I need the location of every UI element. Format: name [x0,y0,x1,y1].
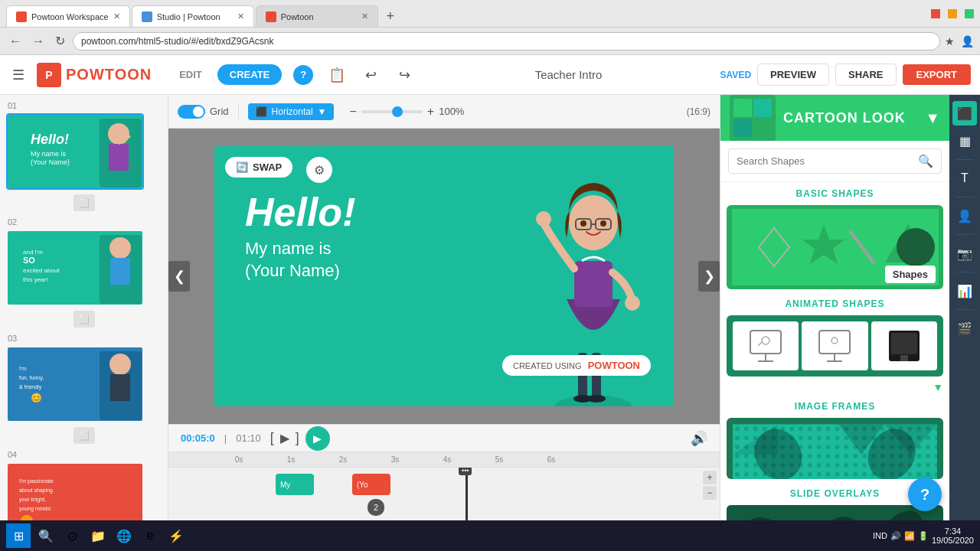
panel-media-button[interactable]: 📷 [952,241,977,266]
refresh-button[interactable]: ↻ [52,32,68,50]
tab-close-powtoon[interactable]: ✕ [361,11,368,21]
timeline-zoom-in[interactable]: + [703,471,717,484]
timeline-zoom-controls: + − [703,471,717,500]
grid-toggle-switch[interactable] [178,105,205,119]
taskbar-search[interactable]: 🔍 [35,525,57,546]
maximize-btn[interactable] [948,9,957,18]
forward-button[interactable]: → [29,33,47,50]
timeline-zoom-out[interactable]: − [703,486,717,500]
redo-button[interactable]: ↪ [392,63,416,87]
panel-grid-button[interactable]: ▦ [952,129,977,153]
hamburger-icon[interactable]: ☰ [9,64,28,86]
help-circle-button[interactable]: ? [291,63,315,87]
ruler-mark-5: 5s [473,455,525,464]
main-area: 01 Hello! My name is (Your Name) ⬜ 02 [0,95,980,520]
edit-tab[interactable]: EDIT [167,64,214,85]
duration: 01:10 [236,432,261,444]
orientation-button[interactable]: ⬛ Horizontal ▼ [248,103,335,120]
slide-thumb-1[interactable]: Hello! My name is (Your Name) [6,113,144,190]
undo-button[interactable]: ↩ [358,63,383,87]
header-actions: SAVED PREVIEW SHARE EXPORT [720,64,971,86]
zoom-slider[interactable] [361,110,423,113]
timeline-clip-yo[interactable]: (Yo [352,474,390,495]
taskbar-start-button[interactable]: ⊞ [6,523,31,548]
slide-add-action-3[interactable]: ⬜ [74,427,95,444]
address-bar[interactable]: powtoon.com/html5-studio/#/edit/bxdZ9GAc… [73,32,940,51]
panel-animation-button[interactable]: 🎬 [952,316,977,341]
zoom-plus-button[interactable]: + [427,105,434,119]
canvas-settings-button[interactable]: ⚙ [306,157,332,183]
slide-canvas[interactable]: 🔄 SWAP ⚙ Hello! My name is (Your Name) [214,146,674,406]
slide-number-1: 01 [6,101,162,110]
svg-text:excited about: excited about [23,267,60,274]
svg-text:young minds!: young minds! [19,506,51,512]
taskbar-ie[interactable]: e [139,525,161,546]
image-frames-banner[interactable] [727,418,943,479]
tab-close-studio[interactable]: ✕ [237,11,244,21]
taskbar-files[interactable]: 📁 [87,525,109,546]
panel-text-button[interactable]: T [952,166,977,191]
play-button[interactable]: ▶ [305,426,330,451]
animated-item-2[interactable] [802,321,867,370]
slide-item-1[interactable]: 01 Hello! My name is (Your Name) ⬜ [6,101,162,213]
orientation-label: Horizontal [272,106,313,117]
prev-slide-button[interactable]: ❮ [168,261,190,292]
play-controls: [ ▶ ] ▶ [270,426,330,451]
slide-thumb-2[interactable]: and I'm SO excited about this year! [6,230,144,306]
basic-shapes-banner[interactable]: Shapes [727,205,943,289]
close-btn[interactable] [965,9,974,18]
svg-text:😊: 😊 [31,392,42,403]
zoom-minus-button[interactable]: − [349,105,356,119]
search-input[interactable] [737,155,912,167]
slide-item-3[interactable]: 03 I'm fun, funny, & friendly 😊 ⬜ [6,334,162,445]
slide-add-action-2[interactable]: ⬜ [74,311,95,328]
animated-item-3[interactable] [871,321,937,370]
tab-powtoon[interactable]: Powtoon ✕ [256,5,378,27]
tab-studio[interactable]: Studio | Powtoon ✕ [132,5,254,27]
svg-point-5 [108,123,129,145]
logo-text: POWTOON [66,66,152,83]
create-tab[interactable]: CREATE [217,64,282,85]
panel-expand-icon[interactable]: ▼ [925,109,940,127]
slide-add-action-1[interactable]: ⬜ [74,194,95,211]
slide-thumb-3[interactable]: I'm fun, funny, & friendly 😊 [6,346,144,422]
tab-workspace[interactable]: Powtoon Workspace ✕ [6,5,130,27]
panel-shapes-button[interactable]: ⬛ [952,101,977,126]
share-button[interactable]: SHARE [835,64,897,86]
slide-thumb-4[interactable]: I'm passionate about shaping your bright… [6,462,144,520]
panel-chart-button[interactable]: 📊 [952,279,977,303]
back-button[interactable]: ← [6,33,24,50]
floating-help-button[interactable]: ? [908,478,942,511]
taskbar-flash[interactable]: ⚡ [165,525,187,546]
timeline-content: ••• 2 My (Yo + − [168,468,720,520]
bookmark-icon[interactable]: ★ [945,35,955,47]
timeline-clip-my[interactable]: My [276,474,314,495]
slide-action-3: ⬜ [6,427,162,444]
animated-chevron-down[interactable]: ▼ [933,381,943,393]
timecode: 00:05:0 [181,432,215,444]
profile-icon[interactable]: 👤 [961,35,974,47]
new-tab-button[interactable]: + [380,5,401,27]
notes-icon[interactable]: 📋 [325,63,349,87]
preview-button[interactable]: PREVIEW [757,64,829,86]
minimize-btn[interactable] [931,9,940,18]
volume-icon[interactable]: 🔊 [691,430,707,447]
timeline-track[interactable]: ••• 2 My (Yo [168,468,720,520]
url-text: powtoon.com/html5-studio/#/edit/bxdZ9GAc… [81,36,273,47]
stage-toolbar: Grid ⬛ Horizontal ▼ − + 100% (16:9) [168,95,720,129]
export-button[interactable]: EXPORT [903,64,971,85]
taskbar-edge[interactable]: 🌐 [113,525,135,546]
taskbar-cortana[interactable]: ⊙ [61,525,83,546]
slide-item-2[interactable]: 02 and I'm SO excited about this year! ⬜ [6,217,162,329]
animated-item-1[interactable] [733,321,799,370]
panel-people-button[interactable]: 👤 [952,204,977,228]
slide-overlays-banner[interactable] [727,505,943,520]
next-slide-button[interactable]: ❯ [698,261,720,292]
svg-rect-47 [753,99,772,117]
swap-button[interactable]: 🔄 SWAP [225,157,292,178]
step-button[interactable]: ▶ [280,431,289,445]
slide-item-4[interactable]: 04 I'm passionate about shaping your bri… [6,450,162,520]
tab-close-workspace[interactable]: ✕ [113,11,120,21]
animated-shapes-banner[interactable] [727,315,943,377]
svg-point-44 [600,220,606,227]
